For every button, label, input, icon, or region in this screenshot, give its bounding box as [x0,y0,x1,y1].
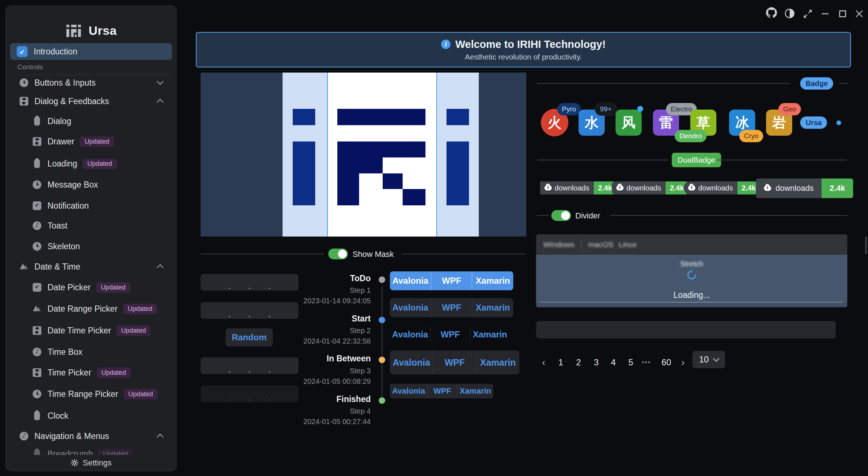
sidebar-item-date-range-picker[interactable]: Date Range Picker Updated [10,300,172,317]
chevron-down-icon [713,355,719,362]
button-group-borderless: Avalonia WPF Xamarin [390,327,510,342]
sidebar-item-toast[interactable]: Toast [10,217,172,234]
sidebar-item-navigation-menus[interactable]: Navigation & Menus [10,428,172,444]
tab-linux[interactable]: Linux [618,240,637,249]
avalonia-button[interactable]: Avalonia [390,350,433,374]
cloud-download-icon [544,185,552,190]
maximize-icon[interactable] [837,8,848,19]
music-note-icon [33,348,41,356]
updated-badge: Updated [83,159,117,169]
sidebar-item-label: Introduction [34,47,77,57]
downloads-badge: downloads 2.4k [540,181,617,194]
ipv4-input-box[interactable]: ... [201,357,299,374]
empty-textbox[interactable] [536,321,836,338]
xamarin-button[interactable]: Xamarin [476,350,519,374]
theme-toggle-icon[interactable] [784,8,795,19]
wpf-button[interactable]: WPF [433,350,476,374]
pagination-page-60[interactable]: 60 [658,354,674,371]
music-note-icon [20,432,28,440]
scrollbar-thumb[interactable] [865,237,867,254]
banner-subtitle: Aesthetic revolution of productivity. [465,53,582,61]
pagination-prev-button[interactable]: ‹ [538,354,550,371]
timeline-step-time: 2024-01-05 00:27:44 [298,418,371,426]
xamarin-button[interactable]: Xamarin [472,298,513,317]
ipv4-input-box-disabled: ... [201,386,299,402]
pagination-page-4[interactable]: 4 [607,354,620,371]
github-icon[interactable] [766,7,777,18]
sidebar-item-dialog[interactable]: Dialog [10,113,172,130]
controls-section-label: Controls [17,63,43,71]
avalonia-button[interactable]: Avalonia [390,384,427,398]
avalonia-button[interactable]: Avalonia [390,298,431,317]
xamarin-button[interactable]: Xamarin [472,271,513,290]
xamarin-button[interactable]: Xamarin [470,327,510,342]
music-note-icon [33,221,41,230]
page-size-select[interactable]: 10 [692,351,725,368]
timeline-step-label: Start [298,314,371,324]
wpf-button[interactable]: WPF [431,271,472,290]
minimize-icon[interactable] [820,8,831,19]
sidebar-item-notification[interactable]: Notification [10,197,172,214]
updated-badge: Updated [124,389,158,399]
sidebar-item-date-time[interactable]: Date & Time [10,258,172,275]
sidebar-item-drawer[interactable]: Drawer Updated [10,133,172,150]
ursa-logo-icon [65,22,82,39]
floppy-icon [20,97,28,106]
pagination-page-2[interactable]: 2 [572,354,585,371]
timeline-step-name: Step 4 [298,407,371,415]
loading-text: Loading... [536,290,847,300]
avalonia-button[interactable]: Avalonia [390,271,431,290]
floppy-icon [33,326,41,335]
introduction-icon: ↙ [17,46,28,57]
avalonia-button[interactable]: Avalonia [390,327,430,342]
badge-pyro: Pyro [557,103,581,115]
sidebar-item-skeleton[interactable]: Skeleton [10,238,172,255]
timeline-step-time: 2024-01-05 00:08:29 [298,377,371,386]
ipv4-input-box[interactable]: ... [201,302,299,319]
timeline-dot-start [379,317,385,323]
sidebar-item-time-range-picker[interactable]: Time Range Picker Updated [10,386,172,402]
sidebar-item-dialog-feedbacks[interactable]: Dialog & Feedbacks [10,93,172,110]
sidebar-item-time-picker[interactable]: Time Picker Updated [10,364,172,381]
sidebar-item-date-picker[interactable]: Date Picker Updated [10,279,172,296]
tab-windows[interactable]: Windows [543,240,574,249]
badge-dendro: Dendro [675,130,707,142]
tab-macos[interactable]: macOS [588,240,613,249]
downloads-badge: downloads 2.4k [612,181,688,194]
banner-title: Welcome to IRIHI Technology! [455,38,606,50]
gear-icon [70,459,79,467]
random-button[interactable]: Random [226,328,273,346]
trees-icon [20,262,28,271]
settings-button[interactable]: Settings [6,455,176,471]
clock-icon [33,242,41,251]
trees-icon [33,304,41,313]
divider-toggle[interactable] [551,210,571,221]
info-icon: i [441,40,451,49]
pagination-page-1[interactable]: 1 [555,354,567,371]
wpf-button[interactable]: WPF [427,384,457,398]
show-mask-toggle[interactable] [328,249,348,259]
sidebar-item-time-box[interactable]: Time Box [10,344,172,360]
pagination-page-5[interactable]: 5 [625,354,637,371]
fullscreen-icon[interactable] [802,8,813,19]
sidebar-item-buttons-inputs[interactable]: Buttons & Inputs [10,74,172,91]
sidebar-item-introduction[interactable]: ↙ Introduction [10,43,172,60]
pagination-next-button[interactable]: › [677,354,689,371]
clock-icon [33,390,41,398]
wpf-button[interactable]: WPF [430,327,470,342]
ipv4-input-box[interactable]: ... [201,274,299,291]
xamarin-button[interactable]: Xamarin [457,384,493,398]
sidebar-item-date-time-picker[interactable]: Date Time Picker Updated [10,322,172,339]
sidebar-item-clock[interactable]: Clock [10,407,172,424]
settings-label: Settings [83,458,112,468]
wpf-button[interactable]: WPF [431,298,472,317]
sidebar-item-loading[interactable]: Loading Updated [10,155,172,172]
chevron-down-icon [157,78,163,85]
close-icon[interactable] [854,8,865,19]
pagination-page-3[interactable]: 3 [590,354,602,371]
updated-badge: Updated [116,325,151,336]
element-tile-wind: 风 [616,110,642,136]
sidebar-item-message-box[interactable]: Message Box [10,176,172,193]
updated-badge: Updated [96,282,130,293]
pagination-ellipsis[interactable]: ••• [640,354,653,371]
